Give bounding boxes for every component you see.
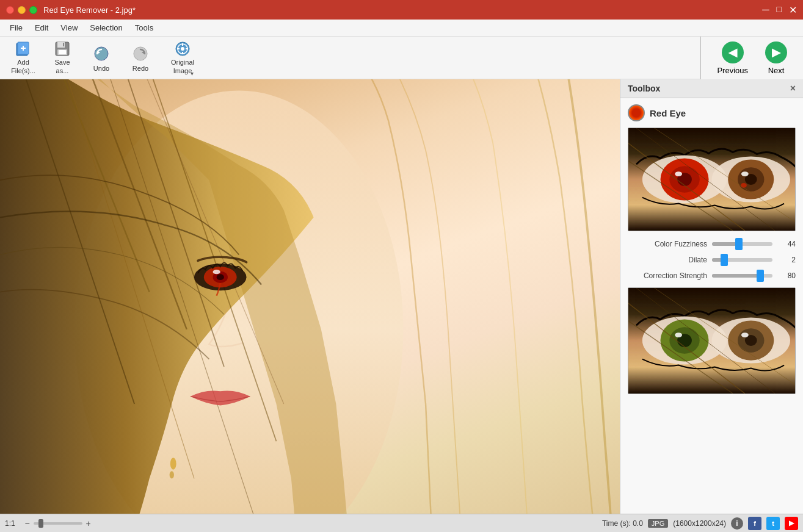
dilate-value: 2: [777, 256, 796, 264]
undo-icon: [92, 44, 111, 63]
toolbar: AddFile(s)... Saveas... Undo: [0, 37, 803, 79]
window-controls[interactable]: [6, 6, 37, 14]
redo-icon: [131, 44, 150, 63]
correction-strength-value: 80: [777, 271, 796, 280]
previous-label: Previous: [717, 66, 748, 75]
svg-point-19: [181, 47, 184, 51]
correction-strength-label: Correction Strength: [628, 271, 707, 280]
add-files-icon: [13, 40, 33, 57]
svg-point-41: [675, 171, 682, 176]
time-label: Time (s): 0.0: [602, 519, 643, 528]
original-image-button[interactable]: OriginalImage: [161, 40, 204, 76]
save-as-icon: [53, 40, 72, 57]
menu-bar: File Edit View Selection Tools: [0, 20, 803, 37]
toolbox-close-button[interactable]: ×: [790, 83, 796, 94]
photo-canvas: [0, 79, 620, 514]
toolbox-title: Toolbox: [628, 84, 660, 93]
canvas-area[interactable]: [0, 79, 620, 514]
add-files-label: AddFile(s)...: [11, 59, 35, 74]
next-button[interactable]: ▶ Next: [759, 38, 793, 79]
add-files-button[interactable]: AddFile(s)...: [5, 40, 42, 76]
main-area: Toolbox × Red Eye: [0, 79, 803, 514]
red-eye-tool-name: Red Eye: [650, 108, 686, 118]
dimensions-label: (1600x1200x24): [673, 519, 726, 528]
window-close-icon[interactable]: ✕: [789, 4, 797, 16]
redo-button[interactable]: Redo: [122, 40, 159, 76]
dilate-row: Dilate 2: [628, 256, 796, 264]
original-image-icon: [173, 40, 192, 57]
color-fuzziness-value: 44: [777, 240, 796, 248]
nav-area: ◀ Previous ▶ Next: [700, 37, 803, 79]
toolbox-panel: Toolbox × Red Eye: [620, 79, 803, 514]
next-label: Next: [768, 66, 785, 75]
color-fuzziness-label: Color Fuzziness: [628, 240, 707, 248]
youtube-button[interactable]: ▶: [785, 517, 798, 530]
red-eye-tool-icon: [628, 104, 645, 121]
facebook-button[interactable]: f: [748, 517, 761, 530]
redo-label: Redo: [133, 65, 148, 72]
minimize-window-button[interactable]: [18, 6, 26, 14]
info-button[interactable]: i: [731, 517, 743, 530]
status-right: Time (s): 0.0 JPG (1600x1200x24) i f t ▶: [602, 517, 798, 530]
correction-strength-row: Correction Strength 80: [628, 271, 796, 280]
menu-item-selection[interactable]: Selection: [85, 21, 127, 34]
zoom-minus-button[interactable]: −: [23, 519, 32, 528]
svg-rect-7: [59, 50, 66, 54]
previous-button[interactable]: ◀ Previous: [711, 38, 754, 79]
zoom-slider[interactable]: [34, 522, 82, 525]
menu-item-file[interactable]: File: [5, 21, 27, 34]
maximize-window-button[interactable]: [29, 6, 37, 14]
color-fuzziness-row: Color Fuzziness 44: [628, 240, 796, 248]
undo-button[interactable]: Undo: [83, 40, 120, 76]
svg-rect-8: [63, 43, 64, 46]
dilate-slider[interactable]: [712, 258, 772, 262]
title-bar: Red Eye Remover - 2.jpg* ─ □ ✕: [0, 0, 803, 20]
svg-point-57: [675, 332, 682, 337]
red-eye-label: Red Eye: [628, 104, 796, 121]
correction-strength-slider[interactable]: [712, 274, 772, 278]
menu-item-tools[interactable]: Tools: [130, 21, 158, 34]
svg-point-62: [741, 332, 749, 337]
dilate-label: Dilate: [628, 256, 707, 264]
color-fuzziness-slider[interactable]: [712, 242, 772, 246]
window-title: Red Eye Remover - 2.jpg*: [43, 5, 136, 15]
eye-preview-after: [628, 287, 796, 394]
zoom-plus-button[interactable]: +: [84, 519, 93, 528]
status-bar: 1:1 − + Time (s): 0.0 JPG (1600x1200x24)…: [0, 514, 803, 532]
toolbar-dropdown-arrow[interactable]: ▾: [191, 70, 194, 77]
window-restore-icon[interactable]: □: [777, 4, 782, 16]
undo-label: Undo: [93, 65, 109, 72]
menu-item-edit[interactable]: Edit: [30, 21, 53, 34]
format-badge: JPG: [648, 519, 668, 528]
eye-thumb-before-image: [628, 128, 795, 231]
next-icon: ▶: [765, 41, 787, 63]
svg-point-47: [741, 183, 747, 188]
photo-background: [0, 79, 620, 514]
toolbox-header: Toolbox ×: [620, 79, 803, 98]
window-minimize-icon[interactable]: ─: [762, 4, 769, 16]
eye-preview-before: [628, 128, 796, 231]
menu-item-view[interactable]: View: [56, 21, 82, 34]
zoom-track[interactable]: − +: [23, 519, 93, 528]
save-as-button[interactable]: Saveas...: [44, 40, 81, 76]
save-as-label: Saveas...: [54, 59, 70, 74]
toolbox-content: Red Eye: [620, 98, 803, 514]
svg-point-46: [741, 171, 749, 176]
close-window-button[interactable]: [6, 6, 14, 14]
twitter-button[interactable]: t: [766, 517, 780, 530]
previous-icon: ◀: [722, 41, 744, 63]
eye-thumb-after-image: [628, 288, 795, 394]
zoom-ratio-label: 1:1: [5, 519, 15, 528]
